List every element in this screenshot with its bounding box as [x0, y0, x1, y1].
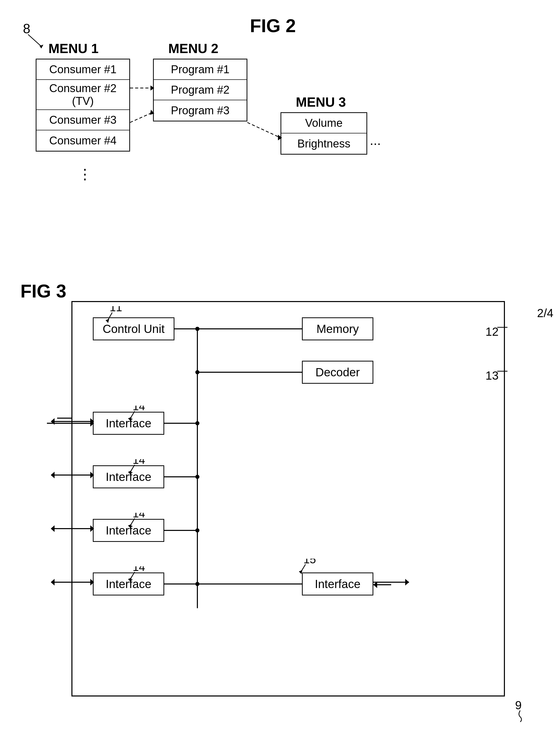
svg-point-15 [195, 370, 199, 374]
svg-marker-37 [51, 525, 55, 532]
fig3-internal-svg [73, 302, 504, 695]
svg-point-23 [195, 582, 199, 586]
ref15-svg: 15 [291, 559, 342, 576]
decoder-block: Decoder [302, 361, 373, 384]
svg-marker-67 [299, 570, 302, 574]
svg-marker-29 [51, 418, 55, 425]
svg-marker-58 [128, 470, 132, 474]
ref9-svg: 9 [500, 691, 541, 722]
ref14-4-svg: 14 [120, 566, 171, 584]
svg-marker-47 [373, 582, 377, 588]
svg-marker-45 [405, 579, 409, 586]
ref-13: 13 [485, 369, 499, 382]
svg-point-13 [195, 327, 199, 331]
fig2-arrows-svg [20, 15, 403, 258]
ref14-3-svg: 14 [120, 513, 171, 531]
svg-marker-33 [51, 472, 55, 478]
fig3-title: FIG 3 [20, 281, 66, 302]
fig2-area: FIG 2 8 MENU 1 Consumer #1 Consumer #2(T… [20, 15, 530, 265]
block-diagram-outer: Control Unit Memory Decoder Interface In… [72, 301, 505, 696]
ref14-2-svg: 14 [120, 459, 171, 477]
svg-marker-41 [51, 579, 55, 586]
svg-marker-64 [128, 577, 132, 582]
fig3-area: FIG 3 2/4 Control Unit Memory Decoder In… [20, 281, 556, 727]
ref11-svg: 11 [95, 306, 145, 327]
svg-text:11: 11 [110, 306, 122, 313]
ref-12: 12 [485, 325, 499, 339]
ref14-1-svg: 14 [120, 406, 171, 423]
svg-point-11 [195, 327, 199, 331]
memory-block: Memory [302, 317, 373, 340]
svg-marker-4 [151, 85, 154, 91]
svg-point-17 [195, 421, 199, 425]
svg-marker-61 [128, 524, 132, 528]
svg-text:9: 9 [515, 698, 522, 712]
svg-marker-6 [150, 110, 154, 115]
ref-2-4: 2/4 [537, 306, 553, 320]
svg-marker-55 [128, 417, 132, 421]
svg-point-21 [195, 529, 199, 533]
svg-line-5 [130, 112, 153, 123]
svg-point-19 [195, 475, 199, 479]
svg-line-7 [247, 123, 281, 138]
svg-marker-50 [106, 319, 109, 323]
svg-marker-8 [278, 135, 282, 140]
